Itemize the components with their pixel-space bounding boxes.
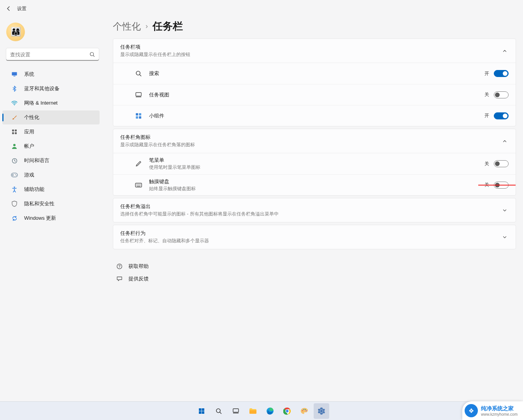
setting-row-touchkb: 触摸键盘始终显示触摸键盘图标关 bbox=[113, 174, 516, 195]
game-icon bbox=[11, 172, 18, 178]
sidebar-item-apps[interactable]: 应用 bbox=[2, 125, 100, 139]
svg-rect-7 bbox=[15, 132, 17, 134]
sidebar-item-label: 时间和语言 bbox=[24, 157, 49, 164]
brush-icon bbox=[11, 114, 18, 121]
taskbar-taskview[interactable] bbox=[228, 403, 244, 419]
get-help-link[interactable]: 获取帮助 bbox=[114, 260, 516, 273]
taskbar-chrome[interactable] bbox=[279, 403, 295, 419]
svg-rect-19 bbox=[136, 116, 138, 119]
back-button[interactable] bbox=[3, 3, 14, 14]
toggle-state-label: 开 bbox=[484, 70, 489, 77]
toggle-state-label: 开 bbox=[484, 112, 489, 119]
sidebar-item-bluetooth[interactable]: 蓝牙和其他设备 bbox=[2, 82, 100, 96]
sidebar-item-privacy[interactable]: 隐私和安全性 bbox=[2, 197, 100, 211]
section-corner-overflow-header[interactable]: 任务栏角溢出 选择任务栏角中可能显示的图标 - 所有其他图标将显示在任务栏角溢出… bbox=[113, 198, 516, 222]
palette-icon bbox=[300, 408, 308, 415]
keyboard-icon bbox=[134, 181, 143, 189]
chevron-right-icon: › bbox=[146, 22, 148, 30]
toggle[interactable] bbox=[494, 112, 509, 119]
svg-rect-26 bbox=[199, 411, 202, 414]
setting-row-search: 搜索开 bbox=[113, 63, 516, 84]
svg-point-12 bbox=[16, 175, 17, 176]
svg-point-37 bbox=[305, 409, 305, 410]
sidebar-item-accounts[interactable]: 帐户 bbox=[2, 139, 100, 153]
sidebar-item-gaming[interactable]: 游戏 bbox=[2, 168, 100, 182]
nav: 系统蓝牙和其他设备网络 & Internet个性化应用帐户时间和语言游戏辅助功能… bbox=[0, 66, 102, 226]
setting-row-pen: 笔菜单使用笔时显示笔菜单图标关 bbox=[113, 153, 516, 174]
shield-icon bbox=[11, 200, 18, 207]
row-title: 小组件 bbox=[149, 112, 484, 119]
titlebar: 设置 bbox=[0, 0, 523, 17]
search-input[interactable] bbox=[6, 48, 99, 61]
svg-rect-6 bbox=[12, 132, 14, 134]
section-taskbar-items-header[interactable]: 任务栏项 显示或隐藏显示在任务栏上的按钮 bbox=[113, 39, 516, 63]
monitor-icon bbox=[11, 71, 18, 78]
svg-rect-27 bbox=[202, 411, 205, 414]
chevron-up-icon bbox=[501, 137, 509, 145]
svg-point-23 bbox=[119, 267, 120, 268]
svg-point-3 bbox=[14, 105, 15, 105]
sidebar-item-label: 应用 bbox=[24, 128, 34, 135]
section-title: 任务栏行为 bbox=[120, 230, 501, 237]
row-subtitle: 始终显示触摸键盘图标 bbox=[149, 186, 484, 192]
setting-row-taskview: 任务视图关 bbox=[113, 84, 516, 105]
toggle[interactable] bbox=[494, 91, 509, 98]
svg-rect-18 bbox=[139, 113, 141, 116]
taskbar-edge[interactable] bbox=[262, 403, 278, 419]
sidebar-item-label: 游戏 bbox=[24, 172, 34, 178]
sidebar-item-system[interactable]: 系统 bbox=[2, 67, 100, 81]
svg-point-34 bbox=[286, 410, 289, 412]
row-title: 搜索 bbox=[149, 70, 484, 77]
svg-rect-4 bbox=[12, 130, 14, 131]
sidebar-item-update[interactable]: Windows 更新 bbox=[2, 211, 100, 225]
svg-rect-24 bbox=[199, 408, 202, 411]
chevron-up-icon bbox=[501, 47, 509, 55]
feedback-icon bbox=[116, 275, 123, 282]
sidebar-item-personalize[interactable]: 个性化 bbox=[2, 110, 100, 124]
search-icon bbox=[90, 52, 95, 57]
svg-rect-2 bbox=[14, 76, 16, 76]
taskbar-start[interactable] bbox=[194, 403, 209, 419]
taskbar bbox=[0, 401, 523, 420]
section-taskbar-behaviors: 任务栏行为 任务栏对齐、标记、自动隐藏和多个显示器 bbox=[113, 225, 516, 249]
row-title: 触摸键盘 bbox=[149, 178, 484, 185]
svg-point-38 bbox=[306, 410, 307, 411]
avatar[interactable] bbox=[6, 23, 25, 41]
arrow-left-icon bbox=[5, 5, 12, 12]
section-taskbar-items: 任务栏项 显示或隐藏显示在任务栏上的按钮 搜索开任务视图关小组件开 bbox=[113, 38, 516, 126]
sidebar-item-label: Windows 更新 bbox=[24, 215, 56, 222]
svg-rect-17 bbox=[136, 113, 138, 116]
breadcrumb-parent[interactable]: 个性化 bbox=[113, 20, 141, 33]
help-icon bbox=[116, 263, 123, 270]
toggle[interactable] bbox=[494, 70, 509, 77]
section-subtitle: 任务栏对齐、标记、自动隐藏和多个显示器 bbox=[120, 238, 501, 244]
edge-icon bbox=[266, 407, 274, 415]
svg-rect-5 bbox=[15, 130, 17, 131]
toggle[interactable] bbox=[494, 160, 509, 167]
section-taskbar-behaviors-header[interactable]: 任务栏行为 任务栏对齐、标记、自动隐藏和多个显示器 bbox=[113, 225, 516, 249]
sidebar-item-network[interactable]: 网络 & Internet bbox=[2, 96, 100, 110]
taskbar-settings[interactable] bbox=[314, 403, 329, 419]
section-title: 任务栏角图标 bbox=[120, 134, 501, 141]
taskview-icon bbox=[134, 91, 143, 99]
taskbar-paint[interactable] bbox=[297, 403, 312, 419]
section-subtitle: 选择任务栏角中可能显示的图标 - 所有其他图标将显示在任务栏角溢出菜单中 bbox=[120, 211, 501, 217]
clock-icon bbox=[11, 157, 18, 164]
feedback-link[interactable]: 提供反馈 bbox=[114, 273, 516, 285]
chevron-down-icon bbox=[501, 233, 509, 241]
row-title: 笔菜单 bbox=[149, 157, 484, 164]
taskbar-explorer[interactable] bbox=[245, 403, 261, 419]
section-corner-overflow: 任务栏角溢出 选择任务栏角中可能显示的图标 - 所有其他图标将显示在任务栏角溢出… bbox=[113, 198, 516, 222]
sidebar-item-label: 蓝牙和其他设备 bbox=[24, 85, 60, 92]
taskbar-search[interactable] bbox=[211, 403, 226, 419]
sidebar-item-time[interactable]: 时间和语言 bbox=[2, 154, 100, 168]
sidebar-item-accessibility[interactable]: 辅助功能 bbox=[2, 182, 100, 196]
sidebar-item-label: 网络 & Internet bbox=[24, 100, 58, 107]
toggle-state-label: 关 bbox=[484, 161, 489, 167]
svg-point-13 bbox=[14, 187, 15, 188]
svg-rect-29 bbox=[233, 409, 239, 412]
update-icon bbox=[11, 215, 18, 222]
main: 个性化 › 任务栏 任务栏项 显示或隐藏显示在任务栏上的按钮 搜索开任务视图关小… bbox=[102, 17, 523, 401]
bluetooth-icon bbox=[11, 85, 18, 92]
section-corner-icons-header[interactable]: 任务栏角图标 显示或隐藏显示在任务栏角落的图标 bbox=[113, 129, 516, 153]
